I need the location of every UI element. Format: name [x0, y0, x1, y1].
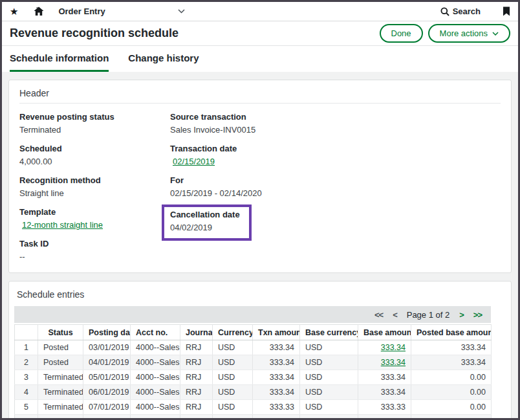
previous-page-button[interactable]: < [393, 310, 397, 320]
page-content: Header Revenue posting status Terminated… [2, 72, 518, 420]
cell-posted-base-amount: 0.00 [411, 400, 492, 415]
cell-txn-amount: 333.33 [253, 415, 300, 420]
cell-acct-no: 4000--Sales [131, 340, 180, 355]
col-acct-no: Acct no. [131, 325, 180, 340]
row-number: 2 [15, 355, 38, 370]
cell-journal: RRJ [180, 400, 213, 415]
cell-posting-date: 07/01/2019 [83, 400, 131, 415]
cell-txn-amount: 333.34 [253, 370, 300, 385]
title-bar: Revenue recognition schedule Done More a… [2, 21, 518, 46]
search-label: Search [453, 6, 481, 16]
cell-posting-date: 04/01/2019 [83, 355, 131, 370]
cell-journal: RRJ [180, 355, 213, 370]
cell-base-currency: USD [300, 415, 358, 420]
table-row: 6 Terminated 08/01/2019 4000--Sales RRJ … [15, 415, 492, 420]
header-fields-right: Source transaction Sales Invoice-INV0015… [170, 104, 501, 238]
field-task-id: Task ID -- [19, 239, 160, 262]
cell-status: Terminated [38, 385, 83, 400]
cell-journal: RRJ [180, 370, 213, 385]
cell-status: Terminated [38, 400, 83, 415]
field-scheduled: Scheduled 4,000.00 [19, 144, 160, 167]
col-posted-base-amount: Posted base amount [411, 325, 492, 340]
schedule-entries-title: Schedule entries [14, 288, 506, 306]
table-row: 5 Terminated 07/01/2019 4000--Sales RRJ … [15, 400, 492, 415]
field-recognition-method: Recognition method Straight line [19, 175, 160, 199]
header-card-title: Header [19, 88, 501, 104]
col-txn-amount: Txn amount [253, 325, 300, 340]
star-icon[interactable]: ★ [10, 6, 18, 16]
pagination-bar: << < Page 1 of 2 > >> [14, 306, 491, 323]
tab-change-history[interactable]: Change history [128, 52, 199, 72]
schedule-entries-card: Schedule entries << < Page 1 of 2 > >> [8, 281, 512, 420]
cell-posted-base-amount: 0.00 [411, 415, 492, 420]
row-number: 4 [15, 385, 38, 400]
header-fields-grid: Revenue posting status Terminated Schedu… [19, 104, 501, 262]
next-page-button[interactable]: > [459, 310, 464, 320]
col-status: Status [38, 325, 83, 340]
module-dropdown[interactable]: Order Entry [58, 6, 184, 16]
row-number: 1 [15, 340, 38, 355]
cell-base-currency: USD [300, 385, 358, 400]
cell-status: Terminated [38, 415, 83, 420]
cell-txn-amount: 333.34 [253, 355, 300, 370]
cell-base-amount: 333.33 [358, 400, 411, 415]
cell-status: Posted [38, 340, 83, 355]
cell-acct-no: 4000--Sales [131, 415, 180, 420]
cell-currency: USD [213, 400, 253, 415]
template-link[interactable]: 12-month straight line [22, 220, 103, 230]
col-base-currency: Base currency [300, 325, 358, 340]
cell-posting-date: 03/01/2019 [83, 340, 131, 355]
top-bar: ★ Order Entry Search [2, 2, 518, 21]
field-revenue-posting-status: Revenue posting status Terminated [19, 112, 160, 135]
cell-journal: RRJ [180, 385, 213, 400]
cell-acct-no: 4000--Sales [131, 385, 180, 400]
search-button[interactable]: Search [440, 6, 481, 16]
cell-currency: USD [213, 370, 253, 385]
field-source-transaction: Source transaction Sales Invoice-INV0015 [170, 112, 501, 135]
first-page-button[interactable]: << [374, 310, 383, 320]
row-number: 5 [15, 400, 38, 415]
cell-posted-base-amount: 0.00 [411, 385, 492, 400]
cell-currency: USD [213, 415, 253, 420]
chevron-down-icon [178, 9, 185, 14]
field-cancellation-date: Cancellation date 04/02/2019 [170, 210, 240, 233]
table-row: 3 Terminated 05/01/2019 4000--Sales RRJ … [15, 370, 492, 385]
last-page-button[interactable]: >> [473, 310, 482, 320]
cell-status: Posted [38, 355, 83, 370]
search-icon [440, 7, 450, 16]
cell-currency: USD [213, 385, 253, 400]
col-currency: Currency [213, 325, 253, 340]
cell-currency: USD [213, 340, 253, 355]
done-button[interactable]: Done [380, 24, 423, 43]
cell-posted-base-amount: 333.34 [411, 340, 492, 355]
page-indicator: Page 1 of 2 [407, 310, 450, 320]
cell-acct-no: 4000--Sales [131, 355, 180, 370]
home-icon[interactable] [34, 6, 44, 16]
cell-base-currency: USD [300, 370, 358, 385]
cell-posted-base-amount: 333.34 [411, 355, 492, 370]
topbar-right-group: Search [440, 6, 510, 16]
table-row: 2 Posted 04/01/2019 4000--Sales RRJ USD … [15, 355, 492, 370]
more-actions-button[interactable]: More actions [428, 24, 510, 43]
table-header-row: Status Posting date Acct no. Journal Cur… [15, 325, 492, 340]
col-journal: Journal [180, 325, 213, 340]
transaction-date-link[interactable]: 02/15/2019 [173, 157, 215, 166]
cancellation-date-highlight-box: Cancellation date 04/02/2019 [162, 204, 252, 241]
col-posting-date: Posting date [83, 325, 131, 340]
cell-posting-date: 08/01/2019 [83, 415, 131, 420]
field-transaction-date: Transaction date 02/15/2019 [170, 144, 501, 167]
bookmark-icon[interactable] [503, 6, 510, 16]
chevron-down-icon [492, 32, 499, 36]
base-amount-link[interactable]: 333.34 [381, 343, 406, 352]
tab-bar: Schedule information Change history [2, 46, 518, 72]
cell-acct-no: 4000--Sales [131, 370, 180, 385]
base-amount-link[interactable]: 333.34 [381, 358, 406, 367]
page-title: Revenue recognition schedule [10, 27, 179, 40]
header-card: Header Revenue posting status Terminated… [8, 80, 512, 273]
col-base-amount: Base amount [358, 325, 411, 340]
cell-status: Terminated [38, 370, 83, 385]
tab-schedule-information[interactable]: Schedule information [10, 52, 109, 72]
cell-currency: USD [213, 355, 253, 370]
cell-base-amount: 333.33 [358, 415, 411, 420]
row-number: 6 [15, 415, 38, 420]
